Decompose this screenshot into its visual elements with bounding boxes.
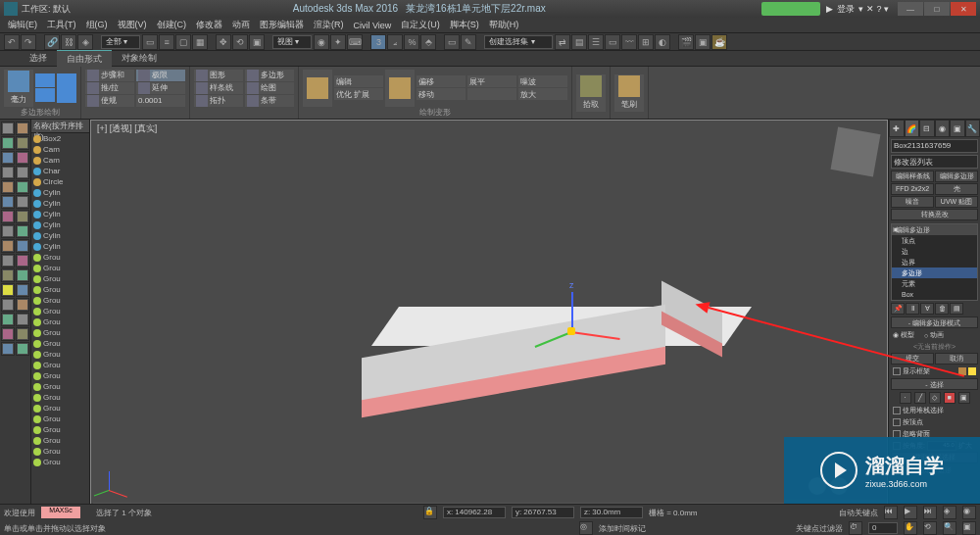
menu-customize[interactable]: 自定义(U) <box>397 19 444 31</box>
modifier-stack[interactable]: 编辑多边形 顶点 边 边界 多边形 元素 Box <box>891 223 978 301</box>
ltool-28[interactable] <box>16 313 29 326</box>
layer-item[interactable]: Grou <box>31 360 89 370</box>
ltool-25[interactable] <box>1 298 15 312</box>
rbtn-edit[interactable]: 编辑 <box>334 75 383 87</box>
stack-edge[interactable]: 边 <box>892 246 977 257</box>
viewport-label[interactable]: [+] [透视] [真实] <box>97 122 157 135</box>
ltool-12[interactable] <box>16 195 29 209</box>
rollout-selection[interactable]: - 选择 <box>891 378 978 390</box>
ltool-15[interactable] <box>1 224 15 238</box>
stack-element[interactable]: 元素 <box>892 278 977 289</box>
scale-icon[interactable]: ▣ <box>249 34 265 50</box>
btn-shell[interactable]: 壳 <box>935 183 978 195</box>
rbtn-flatten[interactable]: 展平 <box>467 75 516 87</box>
rbtn-zoom[interactable]: 放大 <box>518 88 567 100</box>
ltool-27[interactable] <box>1 313 15 326</box>
layer-item[interactable]: Grou <box>31 284 89 295</box>
menu-help[interactable]: 帮助(H) <box>485 19 523 31</box>
rbtn-empty[interactable] <box>467 88 516 100</box>
angle-snap-icon[interactable]: ⦟ <box>387 34 403 50</box>
stack-config-icon[interactable]: ▤ <box>950 303 963 315</box>
bind-icon[interactable]: ◈ <box>77 34 93 50</box>
infocenter-search[interactable] <box>761 2 820 16</box>
stack-pin-icon[interactable]: 📌 <box>891 303 905 315</box>
polydraw-button[interactable]: 毫力 <box>4 70 33 107</box>
ltool-17[interactable] <box>1 239 15 253</box>
btn-ffd[interactable]: FFD 2x2x2 <box>891 183 934 195</box>
ltool-6[interactable] <box>16 151 29 165</box>
rollout-editpolymode[interactable]: - 编辑多边形模式 <box>891 316 978 328</box>
frame-field[interactable]: 0 <box>868 522 898 534</box>
stack-box[interactable]: Box <box>892 289 977 300</box>
layer-item[interactable]: Grou <box>31 370 89 381</box>
sb-nav-2[interactable]: ◉ <box>962 506 976 519</box>
sb-time-next-icon[interactable]: ⏭ <box>923 506 937 519</box>
ltool-1[interactable] <box>1 122 15 135</box>
rbtn-pick[interactable]: 拾取 <box>576 74 606 112</box>
btn-noise[interactable]: 噪音 <box>891 196 934 208</box>
close-button[interactable]: ✕ <box>951 2 976 16</box>
sb-nav-orbit-icon[interactable]: ⟲ <box>923 521 937 535</box>
radio-model[interactable]: 模型 <box>901 330 914 340</box>
select-icon[interactable]: ▭ <box>142 34 158 50</box>
edit-sel-icon[interactable]: ✎ <box>461 34 476 50</box>
rbtn-spline[interactable]: 样条线 <box>194 82 243 94</box>
cmdtab-modify[interactable]: 🌈 <box>905 120 920 137</box>
layer-item[interactable]: Grou <box>31 424 89 435</box>
layer-item[interactable]: Grou <box>31 413 89 424</box>
window-crossing-icon[interactable]: ▦ <box>192 34 208 50</box>
cmdtab-create[interactable]: ✚ <box>889 120 905 137</box>
menu-modifiers[interactable]: 修改器 <box>192 19 226 31</box>
ltool-10[interactable] <box>16 180 29 194</box>
layer-item[interactable]: Cylin <box>31 241 89 252</box>
mirror-icon[interactable]: ⇄ <box>555 34 570 50</box>
layer-item[interactable]: Grou <box>31 295 89 306</box>
menu-civilview[interactable]: Civil View <box>350 21 396 30</box>
rbtn-move[interactable]: 移动 <box>416 88 466 100</box>
chk-usestack[interactable] <box>893 407 901 414</box>
btn-cancel[interactable]: 取消 <box>935 353 978 365</box>
material-editor-icon[interactable]: ◐ <box>655 34 670 50</box>
subobj-border-icon[interactable]: ◇ <box>929 392 941 404</box>
rbtn-pushpull[interactable]: 推/拉 <box>85 82 134 94</box>
curve-editor-icon[interactable]: 〰 <box>621 34 637 50</box>
btn-convert[interactable]: 转换意改 <box>891 209 978 220</box>
menu-rendering[interactable]: 渲染(R) <box>310 19 348 31</box>
app-icon[interactable] <box>4 2 18 16</box>
btn-editpoly[interactable]: 编辑多边形 <box>935 170 978 182</box>
viewport[interactable]: [+] [透视] [真实] 0 0 / 100 <box>90 120 888 519</box>
layer-item[interactable]: Grou <box>31 381 89 392</box>
sb-time-prev-icon[interactable]: ⏮ <box>884 506 898 519</box>
layer-item[interactable]: Grou <box>31 273 89 284</box>
ltool-11[interactable] <box>1 195 15 209</box>
ltool-19[interactable] <box>1 254 15 268</box>
ltool-5[interactable] <box>1 151 15 165</box>
rbtn-brush1[interactable] <box>385 70 415 107</box>
minimize-button[interactable]: — <box>898 2 923 16</box>
render-icon[interactable]: ☕ <box>711 34 727 50</box>
cmdtab-display[interactable]: ▣ <box>950 120 965 137</box>
coord-x[interactable]: x: 140962.28 <box>443 507 506 518</box>
layers-icon[interactable]: ☰ <box>588 34 604 50</box>
spinner-snap-icon[interactable]: ⬘ <box>420 34 436 50</box>
polydraw-icon-1[interactable] <box>35 73 55 87</box>
render-frame-icon[interactable]: ▣ <box>695 34 710 50</box>
cmdtab-hierarchy[interactable]: ⊟ <box>919 120 935 137</box>
sb-nav-max-icon[interactable]: ▣ <box>962 521 976 535</box>
ltool-14[interactable] <box>16 210 29 223</box>
layers-header[interactable]: 名称(按升序排序) <box>31 120 89 133</box>
layer-item[interactable]: Grou <box>31 252 89 263</box>
object-name-field[interactable]: Box2131637659 <box>891 139 978 153</box>
toggle-ribbon-icon[interactable]: ▭ <box>605 34 620 50</box>
ltool-13[interactable] <box>1 210 15 223</box>
ltool-9[interactable] <box>1 180 15 194</box>
rbtn-steps[interactable]: 步骤和 <box>85 70 134 81</box>
layer-item[interactable]: Grou <box>31 316 89 327</box>
cmdtab-utilities[interactable]: 🔧 <box>965 120 981 137</box>
sb-nav-pan-icon[interactable]: ✋ <box>904 521 917 535</box>
manip-icon[interactable]: ✦ <box>330 34 346 50</box>
named-selection-dropdown[interactable]: 创建选择集 ▾ <box>484 35 553 49</box>
layer-item[interactable]: Grou <box>31 435 89 446</box>
layer-item[interactable]: Grou <box>31 306 89 316</box>
layer-item[interactable]: Grou <box>31 457 89 467</box>
